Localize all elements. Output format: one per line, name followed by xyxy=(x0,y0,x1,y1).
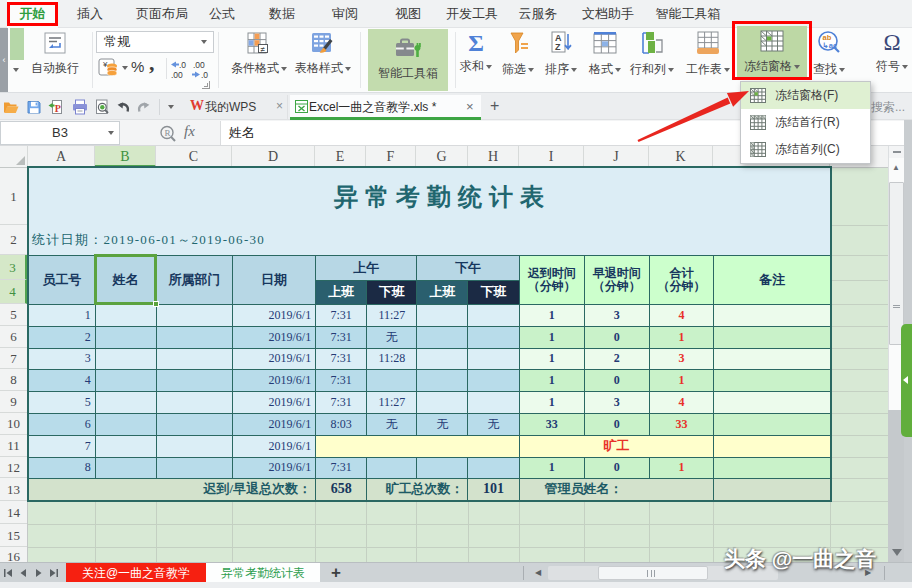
select-all-corner[interactable] xyxy=(0,146,28,167)
row-header-3[interactable]: 3 xyxy=(0,255,27,280)
header-morning[interactable]: 上午 xyxy=(316,255,417,280)
table-cell[interactable] xyxy=(468,369,519,391)
currency-caret[interactable] xyxy=(122,66,128,70)
admin-name-label[interactable]: 管理员姓名： xyxy=(519,478,713,501)
row-header-15[interactable]: 15 xyxy=(0,524,27,547)
header-am-clock-in[interactable]: 上班 xyxy=(316,280,367,304)
table-cell[interactable] xyxy=(468,326,519,348)
table-cell[interactable]: 2 xyxy=(584,348,649,369)
comma-style-button[interactable]: , xyxy=(149,50,163,78)
add-sheet-icon[interactable]: + xyxy=(326,563,346,583)
row-header-7[interactable]: 7 xyxy=(0,348,27,369)
decrease-decimal-button[interactable]: .00 .0 xyxy=(192,58,209,80)
table-cell[interactable] xyxy=(156,326,232,348)
table-cell[interactable]: 无 xyxy=(417,413,468,435)
row-header-8[interactable]: 8 xyxy=(0,369,27,391)
row-header-12[interactable]: 12 xyxy=(0,457,27,478)
table-cell[interactable]: 11:27 xyxy=(367,304,417,326)
table-cell[interactable]: 1 xyxy=(649,369,713,391)
table-cell[interactable]: 2019/6/1 xyxy=(232,413,315,435)
table-cell[interactable] xyxy=(95,348,156,369)
scroll-up-icon[interactable]: ▲ xyxy=(888,158,904,178)
absent-total-label[interactable]: 旷工总次数： xyxy=(367,478,468,501)
table-cell[interactable]: 2019/6/1 xyxy=(232,348,315,369)
table-cell[interactable]: 3 xyxy=(28,348,95,369)
table-cell[interactable] xyxy=(156,413,232,435)
collapse-sidebar-icon[interactable]: ‹ xyxy=(0,28,8,92)
col-header-K[interactable]: K xyxy=(649,146,713,167)
table-cell[interactable] xyxy=(714,413,831,435)
admin-name-value[interactable] xyxy=(714,478,831,501)
sort-button[interactable]: A Z 排序 xyxy=(540,30,582,78)
table-cell[interactable] xyxy=(714,457,831,478)
row-header-4[interactable]: 4 xyxy=(0,280,27,304)
sheet-tab-promo[interactable]: 关注@一曲之音教学 xyxy=(66,563,206,583)
name-box[interactable]: B3 xyxy=(0,121,120,145)
table-cell[interactable] xyxy=(714,304,831,326)
header-late-minutes[interactable]: 迟到时间 （分钟） xyxy=(519,255,584,304)
vertical-scroll-thumb[interactable] xyxy=(889,182,904,345)
table-cell[interactable] xyxy=(417,369,468,391)
close-wps-home-icon[interactable]: × xyxy=(276,99,283,113)
late-total-label[interactable]: 迟到/早退总次数： xyxy=(28,478,316,501)
table-cell[interactable]: 4 xyxy=(28,369,95,391)
wrap-text-button[interactable]: 自动换行 xyxy=(20,31,90,77)
table-subtitle[interactable]: 统计日期：2019-06-01～2019-06-30 xyxy=(28,225,831,255)
table-cell[interactable] xyxy=(468,304,519,326)
scroll-left-icon[interactable]: ◀ xyxy=(530,563,546,583)
header-early-minutes[interactable]: 早退时间 （分钟） xyxy=(584,255,649,304)
table-cell[interactable]: 3 xyxy=(649,348,713,369)
table-cell[interactable]: 2019/6/1 xyxy=(232,304,315,326)
table-cell[interactable]: 3 xyxy=(584,391,649,413)
table-cell[interactable]: 5 xyxy=(28,391,95,413)
header-am-clock-out[interactable]: 下班 xyxy=(367,280,417,304)
save-button[interactable] xyxy=(25,98,43,116)
table-cell[interactable]: 33 xyxy=(519,413,584,435)
open-file-button[interactable] xyxy=(2,98,20,116)
new-tab-icon[interactable]: + xyxy=(490,97,499,115)
tab-insert[interactable]: 插入 xyxy=(65,0,115,28)
tab-view[interactable]: 视图 xyxy=(383,0,433,28)
table-cell[interactable]: 7:31 xyxy=(316,304,367,326)
table-cell[interactable] xyxy=(95,413,156,435)
sum-button[interactable]: Σ 求和 xyxy=(456,30,496,75)
table-cell[interactable]: 1 xyxy=(519,326,584,348)
conditional-format-button[interactable]: ≠ 条件格式 xyxy=(228,31,290,77)
table-cell[interactable]: 1 xyxy=(519,457,584,478)
row-header-6[interactable]: 6 xyxy=(0,326,27,348)
table-cell[interactable]: 0 xyxy=(584,457,649,478)
col-header-G[interactable]: G xyxy=(416,146,468,167)
menu-item-freeze-panes[interactable]: 冻结窗格(F) xyxy=(741,82,870,109)
redo-button[interactable] xyxy=(135,98,153,116)
table-cell[interactable]: 7:31 xyxy=(316,326,367,348)
symbol-button[interactable]: Ω 符号 xyxy=(872,30,912,75)
insert-function-button[interactable]: fx xyxy=(184,123,208,143)
header-total-minutes[interactable]: 合计 （分钟） xyxy=(649,255,713,304)
table-cell[interactable] xyxy=(316,435,519,457)
percent-style-button[interactable]: % xyxy=(131,58,149,78)
table-cell[interactable]: 0 xyxy=(584,369,649,391)
find-commands-button[interactable]: R xyxy=(158,124,178,144)
doc-tab-wps-home[interactable]: W 我的WPS × xyxy=(183,95,288,120)
table-cell[interactable]: 7:31 xyxy=(316,457,367,478)
table-cell[interactable] xyxy=(95,391,156,413)
smart-toolbox-button[interactable]: 智能工具箱 xyxy=(368,29,448,91)
table-cell[interactable] xyxy=(156,391,232,413)
table-cell[interactable] xyxy=(95,435,156,457)
sheet-nav-icons[interactable] xyxy=(0,563,62,583)
table-cell[interactable]: 7:31 xyxy=(316,348,367,369)
table-cell[interactable] xyxy=(417,304,468,326)
row-header-10[interactable]: 10 xyxy=(0,413,27,435)
split-handle[interactable] xyxy=(888,146,904,158)
close-file-tab-icon[interactable]: × xyxy=(466,99,474,114)
table-cell[interactable] xyxy=(714,369,831,391)
table-cell[interactable] xyxy=(95,369,156,391)
table-cell[interactable] xyxy=(95,304,156,326)
table-cell[interactable] xyxy=(156,457,232,478)
format-button[interactable]: 格式 xyxy=(584,30,626,78)
row-header-2[interactable]: 2 xyxy=(0,225,27,255)
rows-columns-button[interactable]: 行和列 xyxy=(626,30,678,78)
row-header-16[interactable]: 16 xyxy=(0,547,27,562)
table-cell[interactable]: 1 xyxy=(649,326,713,348)
table-cell[interactable]: 11:28 xyxy=(367,348,417,369)
